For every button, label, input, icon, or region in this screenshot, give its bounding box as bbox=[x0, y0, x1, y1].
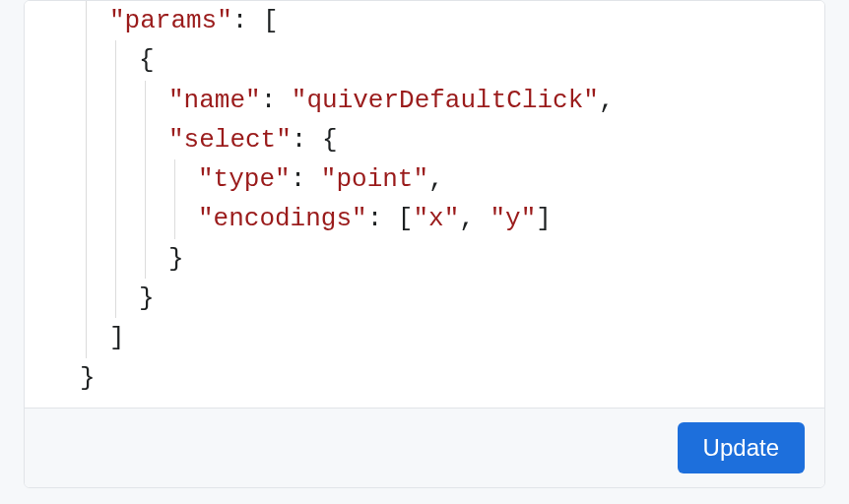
indent-guide bbox=[145, 120, 146, 159]
indent-guide bbox=[86, 318, 87, 357]
json-punctuation: } bbox=[168, 244, 184, 274]
json-key: "encodings" bbox=[198, 204, 367, 233]
indent-guide bbox=[115, 120, 116, 159]
indent-guide bbox=[86, 81, 87, 120]
indent-guide bbox=[115, 40, 116, 80]
json-punctuation: } bbox=[139, 284, 155, 313]
indent-guide bbox=[86, 279, 87, 318]
indent-guide bbox=[145, 81, 146, 120]
indent-guide bbox=[86, 1, 87, 40]
code-line[interactable]: "encodings": ["x", "y"] bbox=[38, 199, 811, 238]
code-line[interactable]: "name": "quiverDefaultClick", bbox=[38, 81, 811, 120]
indent-guide bbox=[145, 199, 146, 238]
json-punctuation: , bbox=[599, 86, 615, 115]
json-string: "x" bbox=[413, 204, 459, 233]
code-line[interactable]: "params": [ bbox=[38, 1, 811, 40]
json-punctuation: , bbox=[459, 204, 490, 233]
json-key: "select" bbox=[168, 125, 292, 155]
json-punctuation: : [ bbox=[232, 6, 279, 35]
json-key: "params" bbox=[109, 6, 232, 35]
json-string: "quiverDefaultClick" bbox=[292, 86, 599, 115]
json-punctuation: ] bbox=[109, 323, 125, 352]
code-line[interactable]: "select": { bbox=[38, 120, 811, 159]
json-key: "name" bbox=[168, 86, 261, 115]
code-line[interactable]: } bbox=[38, 239, 811, 279]
indent-guide bbox=[86, 239, 87, 279]
json-punctuation: , bbox=[428, 164, 444, 194]
indent-guide bbox=[145, 239, 146, 279]
json-punctuation: ] bbox=[536, 204, 552, 233]
code-editor[interactable]: "params": [{"name": "quiverDefaultClick"… bbox=[25, 1, 824, 408]
update-button[interactable]: Update bbox=[678, 422, 805, 473]
indent-guide bbox=[86, 199, 87, 238]
indent-guide bbox=[174, 199, 175, 238]
indent-guide bbox=[145, 159, 146, 199]
indent-guide bbox=[115, 279, 116, 318]
json-punctuation: : bbox=[261, 86, 292, 115]
indent-guide bbox=[115, 159, 116, 199]
indent-guide bbox=[86, 40, 87, 80]
json-key: "type" bbox=[198, 164, 291, 194]
code-line[interactable]: ] bbox=[38, 318, 811, 357]
json-punctuation: : bbox=[291, 164, 321, 194]
editor-footer: Update bbox=[25, 408, 824, 487]
indent-guide bbox=[115, 81, 116, 120]
indent-guide bbox=[86, 120, 87, 159]
code-line[interactable]: { bbox=[38, 40, 811, 80]
code-line[interactable]: } bbox=[38, 279, 811, 318]
indent-guide bbox=[86, 159, 87, 199]
indent-guide bbox=[174, 159, 175, 199]
json-string: "y" bbox=[490, 204, 536, 233]
json-punctuation: : [ bbox=[367, 204, 414, 233]
json-punctuation: : { bbox=[292, 125, 338, 155]
json-punctuation: } bbox=[80, 363, 96, 393]
code-line[interactable]: "type": "point", bbox=[38, 159, 811, 199]
code-line[interactable]: } bbox=[38, 358, 811, 398]
code-editor-panel: "params": [{"name": "quiverDefaultClick"… bbox=[24, 0, 825, 488]
json-punctuation: { bbox=[139, 45, 155, 75]
indent-guide bbox=[115, 239, 116, 279]
json-string: "point" bbox=[321, 164, 428, 194]
indent-guide bbox=[115, 199, 116, 238]
